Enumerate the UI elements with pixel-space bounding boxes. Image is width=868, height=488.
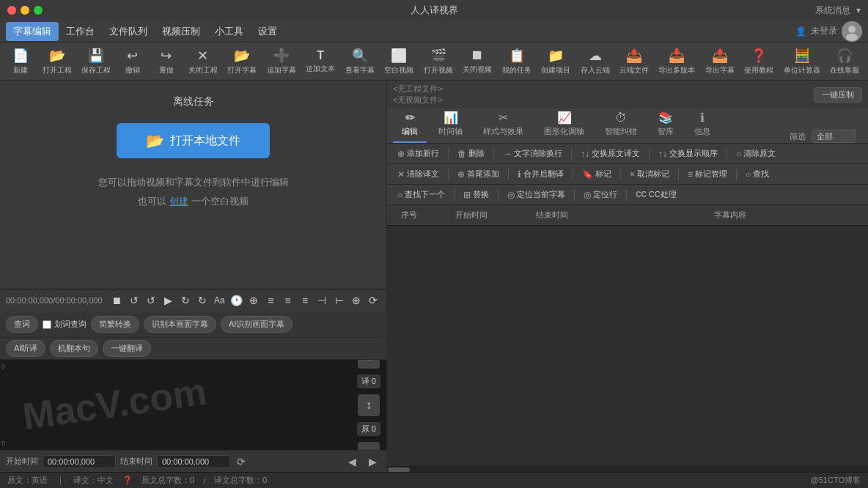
- prev-subtitle-button[interactable]: ◀: [344, 454, 360, 470]
- add-cue-button[interactable]: ⊕: [246, 292, 260, 308]
- align-center-button[interactable]: ≡: [281, 292, 295, 308]
- mark-manage-button[interactable]: ≡ 标记管理: [683, 167, 732, 181]
- lookup-query-check[interactable]: [43, 320, 51, 329]
- recognize-screen-button[interactable]: 识别本画面字幕: [144, 316, 216, 333]
- lookup-query-checkbox[interactable]: 划词查询: [43, 319, 87, 330]
- find-next-button[interactable]: ○ 查找下一个: [393, 188, 449, 202]
- toolbar-save-cloud[interactable]: ☁ 存入云端: [576, 45, 614, 78]
- zoom-in-button[interactable]: +: [358, 360, 380, 369]
- swap-tracks-button[interactable]: ↕: [358, 394, 380, 416]
- toolbar-cloud-file[interactable]: 📤 云端文件: [615, 45, 652, 78]
- tab-graphic-adjust[interactable]: 📈 图形化调轴: [535, 108, 593, 143]
- align-right-button[interactable]: ≡: [298, 292, 312, 308]
- one-click-translate-button[interactable]: 一键翻译: [103, 340, 151, 357]
- toolbar-tutorial[interactable]: ❓ 使用教程: [740, 45, 778, 78]
- align-left-button[interactable]: ≡: [264, 292, 278, 308]
- video-area[interactable]: 0 0 MacV.com + 译 0 ↕ 原 0 -: [0, 360, 386, 450]
- controls-row3: AI听译 机翻本句 一键翻译: [0, 338, 386, 360]
- tab-info[interactable]: ℹ 信息: [685, 108, 719, 143]
- horizontal-scrollbar[interactable]: [387, 466, 868, 472]
- one-click-compress-button[interactable]: 一键压制: [814, 87, 862, 103]
- toolbar-save-project[interactable]: 💾 保存工程: [77, 45, 114, 78]
- open-file-button[interactable]: 📂 打开本地文件: [117, 123, 270, 158]
- tab-smart-fix[interactable]: ⏱ 智能纠错: [596, 108, 646, 143]
- toolbar-blank-video[interactable]: ⬜ 空白视频: [380, 45, 417, 78]
- tab-style-effects[interactable]: ✂ 样式与效果: [474, 108, 532, 143]
- close-button[interactable]: [7, 6, 16, 15]
- end-time-input[interactable]: [157, 455, 230, 468]
- mark-button[interactable]: 🔖 标记: [578, 167, 616, 181]
- tab-timeline[interactable]: 📊 时间轴: [430, 108, 471, 143]
- menu-video-compress[interactable]: 视频压制: [155, 22, 207, 41]
- ai-recognize-button[interactable]: AI识别画面字幕: [221, 316, 293, 333]
- forward-button[interactable]: ↻: [178, 292, 192, 308]
- font-button[interactable]: Aa: [213, 292, 227, 308]
- toolbar-open-subtitle[interactable]: 📂 打开字幕: [223, 45, 260, 78]
- head-tail-add-button[interactable]: ⊕ 首尾添加: [453, 167, 504, 181]
- header-content: 字幕内容: [592, 210, 868, 221]
- unmark-button[interactable]: × 取消标记: [625, 167, 674, 181]
- minimize-button[interactable]: [21, 6, 29, 15]
- swap-source-trans-button[interactable]: ↑↓ 交换原文译文: [576, 147, 644, 160]
- toolbar-add-text[interactable]: T 追加文本: [301, 46, 339, 77]
- create-blank-video-link[interactable]: 创建: [169, 196, 188, 207]
- clear-source-button[interactable]: ○ 清除原文: [732, 147, 780, 160]
- toolbar-unit-calc[interactable]: 🧮 单位计算器: [779, 45, 824, 78]
- forward2-button[interactable]: ↻: [195, 292, 209, 308]
- menu-subtitle-edit[interactable]: 字幕编辑: [6, 22, 59, 41]
- ai-listen-button[interactable]: AI听译: [6, 340, 45, 357]
- find-button[interactable]: ○ 查找: [741, 167, 773, 181]
- zoom-fit-button[interactable]: ⊕: [349, 292, 363, 308]
- toolbar-create-project[interactable]: 📁 创建项目: [537, 45, 574, 78]
- locate-row-button[interactable]: ◎ 定位行: [579, 188, 622, 202]
- toolbar-close-project[interactable]: ✕ 关闭工程: [184, 45, 221, 78]
- toolbar-redo[interactable]: ↪ 重做: [150, 45, 183, 78]
- toolbar-open-project[interactable]: 📂 打开工程: [38, 45, 76, 78]
- user-avatar[interactable]: [842, 21, 862, 42]
- filter-select[interactable]: 全部 已翻译 未翻译: [812, 130, 856, 143]
- mark-in-button[interactable]: ⊣: [315, 292, 329, 308]
- delete-button[interactable]: 🗑 删除: [453, 147, 489, 160]
- clock-button[interactable]: 🕐: [229, 292, 243, 308]
- tab-edit[interactable]: ✏ 编辑: [393, 108, 427, 143]
- lookup-button[interactable]: 查词: [6, 316, 38, 333]
- loop-button[interactable]: ⟳: [367, 292, 380, 308]
- menu-settings[interactable]: 设置: [251, 22, 284, 41]
- toolbar-export-multi[interactable]: 📥 导出多版本: [655, 45, 699, 78]
- machine-translate-button[interactable]: 机翻本句: [50, 340, 98, 357]
- toolbar-online-service[interactable]: 🎧 在线客服: [825, 45, 863, 78]
- rewind2-button[interactable]: ↺: [144, 292, 158, 308]
- simplify-convert-button[interactable]: 简繁转换: [91, 316, 139, 333]
- cc-process-button[interactable]: CC CC处理: [631, 188, 680, 202]
- start-time-input[interactable]: [43, 455, 116, 468]
- refresh-button[interactable]: ⟳: [235, 455, 248, 468]
- scrollbar-thumb[interactable]: [388, 467, 410, 472]
- next-subtitle-button[interactable]: ▶: [364, 454, 380, 470]
- replace-button[interactable]: ⊞ 替换: [459, 188, 493, 202]
- toolbar-close-video[interactable]: ⏹ 关闭视频: [458, 45, 496, 78]
- tab-library[interactable]: 📚 智库: [649, 108, 683, 143]
- clear-trans-button[interactable]: ✕ 清除译文: [393, 167, 444, 181]
- zoom-out-button[interactable]: -: [358, 442, 380, 451]
- menu-tools[interactable]: 小工具: [207, 22, 251, 41]
- merge-translate-button[interactable]: ℹ 合并后翻译: [513, 167, 568, 181]
- toolbar-undo[interactable]: ↩ 撤销: [117, 45, 149, 78]
- toolbar-new[interactable]: 📄 新建: [4, 45, 37, 78]
- login-status[interactable]: 未登录: [811, 25, 837, 37]
- maximize-button[interactable]: [34, 6, 43, 15]
- menu-workbench[interactable]: 工作台: [59, 22, 102, 41]
- mark-out-button[interactable]: ⊢: [332, 292, 346, 308]
- play-button[interactable]: ▶: [161, 292, 175, 308]
- locate-current-button[interactable]: ◎ 定位当前字幕: [503, 188, 570, 202]
- toolbar-my-task[interactable]: 📋 我的任务: [498, 45, 535, 78]
- remove-newline-button[interactable]: → 文字消除换行: [499, 147, 567, 160]
- swap-display-button[interactable]: ↑↓ 交换显示顺序: [654, 147, 722, 160]
- toolbar-check-subtitle[interactable]: 🔍 查看字幕: [341, 45, 378, 78]
- toolbar-export-subtitle[interactable]: 📤 导出字幕: [701, 45, 738, 78]
- rewind-button[interactable]: ↺: [127, 292, 141, 308]
- add-new-row-button[interactable]: ⊕ 添加新行: [393, 147, 444, 160]
- menu-file-queue[interactable]: 文件队列: [102, 22, 155, 41]
- stop-button[interactable]: ⏹: [110, 292, 124, 308]
- toolbar-open-video[interactable]: 🎬 打开视频: [419, 45, 457, 78]
- toolbar-add-subtitle[interactable]: ➕ 追加字幕: [262, 45, 300, 78]
